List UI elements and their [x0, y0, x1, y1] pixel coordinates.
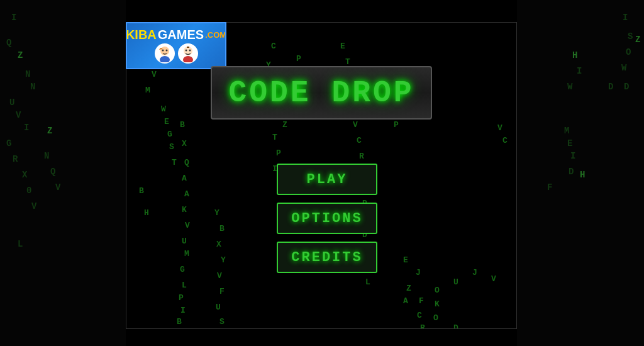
options-button[interactable]: OPTIONS [277, 203, 377, 234]
logo-kiba: KIBA [126, 28, 157, 42]
matrix-char: B [177, 317, 182, 326]
matrix-char: E [340, 42, 345, 51]
right-outer-area: I S O W D H I W D F Z M E I D H [517, 0, 644, 346]
svg-point-5 [183, 56, 193, 62]
credits-button[interactable]: CREDITS [277, 242, 377, 273]
svg-point-6 [185, 50, 187, 52]
matrix-char: 0 [26, 186, 31, 196]
matrix-char: C [502, 136, 508, 145]
matrix-char: O [435, 286, 440, 295]
matrix-char: N [44, 151, 49, 161]
matrix-char: I [24, 123, 29, 133]
matrix-char: V [497, 123, 502, 133]
matrix-char: T [345, 57, 350, 67]
matrix-char: A [182, 174, 187, 183]
matrix-char: P [296, 54, 301, 64]
matrix-char: O [626, 47, 631, 57]
matrix-char: I [180, 306, 186, 315]
matrix-char: A [184, 189, 189, 199]
matrix-char: I [577, 66, 582, 76]
matrix-char: I [623, 13, 628, 23]
matrix-char: S [219, 317, 225, 326]
matrix-char: X [182, 139, 187, 148]
matrix-char: Z [406, 284, 411, 293]
matrix-char: L [365, 277, 370, 287]
matrix-char: C [417, 311, 422, 320]
matrix-char: D [608, 82, 613, 92]
matrix-char: R [420, 323, 425, 329]
logo-char-1 [155, 43, 175, 64]
matrix-char: M [184, 249, 189, 259]
matrix-char: T [172, 158, 177, 167]
matrix-char: Z [18, 50, 23, 60]
matrix-char: X [216, 240, 221, 249]
matrix-char: V [185, 221, 190, 230]
play-button[interactable]: PLAY [277, 164, 377, 195]
matrix-char: F [219, 287, 225, 296]
matrix-char: Z [47, 126, 52, 136]
matrix-char: E [567, 138, 572, 148]
matrix-char: X [22, 170, 27, 180]
matrix-char: A [403, 296, 408, 306]
matrix-char: H [580, 170, 585, 180]
matrix-char: P [276, 148, 281, 158]
matrix-char: Q [184, 158, 189, 167]
matrix-char: D [569, 167, 574, 177]
matrix-char: H [572, 50, 577, 60]
matrix-char: B [180, 120, 185, 130]
matrix-char: B [139, 186, 144, 196]
matrix-char: C [357, 136, 362, 145]
menu-buttons: PLAY OPTIONS CREDITS [277, 164, 377, 273]
svg-point-3 [165, 50, 167, 52]
matrix-char: Q [50, 167, 55, 177]
matrix-char: W [621, 63, 626, 73]
logo-games: GAMES [158, 28, 204, 42]
matrix-char: K [435, 299, 440, 309]
matrix-char: K [182, 205, 187, 215]
matrix-char: G [180, 265, 185, 274]
matrix-char: P [394, 120, 399, 130]
logo-characters [155, 43, 198, 64]
matrix-char: B [219, 224, 225, 233]
matrix-char: R [13, 154, 18, 164]
matrix-char: S [628, 31, 633, 42]
matrix-char: E [403, 255, 408, 265]
matrix-char: M [564, 126, 569, 136]
matrix-char: M [145, 86, 150, 95]
play-button-label: PLAY [307, 172, 348, 187]
matrix-char: O [433, 313, 438, 323]
matrix-char: F [547, 182, 552, 193]
logo-char-2 [178, 43, 198, 64]
matrix-char: S [169, 142, 174, 152]
matrix-char: Z [635, 35, 640, 45]
kibagames-logo[interactable]: KIBA GAMES .COM [126, 22, 226, 69]
left-outer-area: I Q Z N N U V I G R X 0 V L Z N Q V [0, 0, 126, 346]
matrix-char: V [353, 120, 358, 130]
svg-rect-8 [187, 47, 189, 48]
logo-com: .COM [205, 30, 226, 40]
matrix-char: V [491, 274, 496, 284]
matrix-char: W [567, 82, 572, 92]
matrix-char: Y [221, 255, 226, 265]
matrix-char: N [30, 82, 35, 92]
matrix-char: D [624, 82, 629, 92]
matrix-char: I [11, 13, 16, 23]
matrix-char: L [18, 239, 23, 249]
matrix-char: L [182, 281, 187, 290]
game-title: CODE DROP [228, 76, 414, 110]
matrix-char: V [16, 110, 21, 120]
matrix-char: N [25, 69, 30, 79]
matrix-char: V [152, 70, 157, 79]
matrix-char: W [161, 104, 166, 114]
matrix-char: P [179, 293, 184, 303]
matrix-char: J [472, 268, 477, 277]
matrix-char: F [419, 296, 424, 306]
svg-point-2 [162, 50, 164, 52]
matrix-char: C [271, 42, 276, 51]
matrix-char: U [216, 303, 221, 312]
matrix-char: U [182, 237, 187, 246]
matrix-char: D [453, 323, 458, 329]
matrix-char: G [6, 138, 11, 148]
svg-point-1 [160, 56, 170, 62]
matrix-char: I [570, 151, 575, 161]
